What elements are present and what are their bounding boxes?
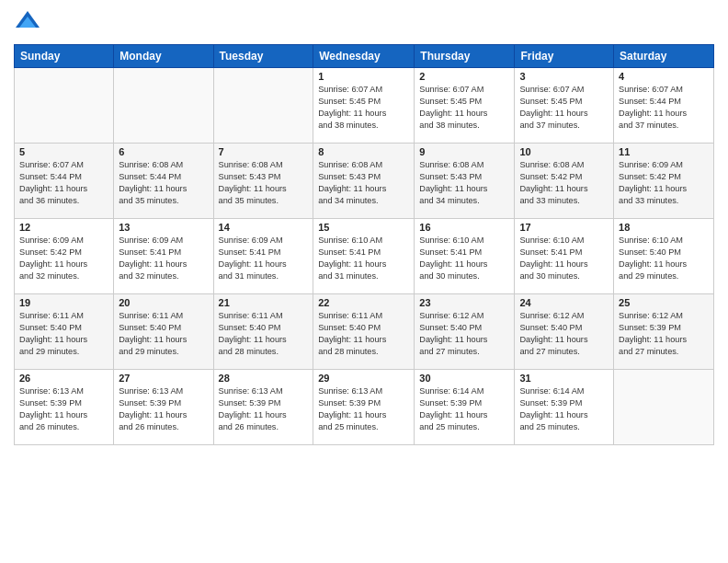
calendar-day-4: 4Sunrise: 6:07 AMSunset: 5:44 PMDaylight… [614, 68, 714, 144]
day-header-friday: Friday [515, 45, 614, 68]
calendar-day-11: 11Sunrise: 6:09 AMSunset: 5:42 PMDayligh… [614, 144, 714, 219]
day-info: Sunrise: 6:09 AMSunset: 5:42 PMDaylight:… [19, 235, 108, 282]
calendar-day-15: 15Sunrise: 6:10 AMSunset: 5:41 PMDayligh… [313, 219, 415, 294]
day-info: Sunrise: 6:10 AMSunset: 5:41 PMDaylight:… [419, 235, 509, 282]
day-number: 28 [219, 373, 309, 384]
day-header-wednesday: Wednesday [313, 45, 415, 68]
calendar-day-27: 27Sunrise: 6:13 AMSunset: 5:39 PMDayligh… [114, 370, 213, 445]
day-number: 31 [519, 373, 609, 384]
day-info: Sunrise: 6:11 AMSunset: 5:40 PMDaylight:… [318, 310, 409, 358]
day-info: Sunrise: 6:07 AMSunset: 5:44 PMDaylight:… [19, 159, 108, 207]
calendar-day-6: 6Sunrise: 6:08 AMSunset: 5:44 PMDaylight… [114, 144, 213, 219]
day-info: Sunrise: 6:07 AMSunset: 5:45 PMDaylight:… [318, 84, 409, 132]
calendar-day-20: 20Sunrise: 6:11 AMSunset: 5:40 PMDayligh… [114, 294, 213, 370]
day-number: 6 [119, 146, 208, 157]
day-info: Sunrise: 6:13 AMSunset: 5:39 PMDaylight:… [19, 385, 108, 433]
day-number: 16 [419, 222, 509, 233]
day-info: Sunrise: 6:07 AMSunset: 5:45 PMDaylight:… [519, 84, 609, 132]
day-info: Sunrise: 6:09 AMSunset: 5:41 PMDaylight:… [119, 235, 208, 282]
calendar-day-21: 21Sunrise: 6:11 AMSunset: 5:40 PMDayligh… [213, 294, 313, 370]
calendar-day-14: 14Sunrise: 6:09 AMSunset: 5:41 PMDayligh… [213, 219, 313, 294]
day-number: 2 [419, 71, 509, 82]
day-info: Sunrise: 6:10 AMSunset: 5:41 PMDaylight:… [318, 235, 409, 282]
day-number: 21 [219, 297, 309, 308]
day-number: 17 [519, 222, 609, 233]
calendar-day-29: 29Sunrise: 6:13 AMSunset: 5:39 PMDayligh… [313, 370, 415, 445]
day-number: 15 [318, 222, 409, 233]
calendar-week-row: 26Sunrise: 6:13 AMSunset: 5:39 PMDayligh… [15, 370, 714, 445]
calendar-day-19: 19Sunrise: 6:11 AMSunset: 5:40 PMDayligh… [15, 294, 114, 370]
day-number: 24 [519, 297, 609, 308]
day-number: 10 [519, 146, 609, 157]
day-info: Sunrise: 6:09 AMSunset: 5:41 PMDaylight:… [219, 235, 309, 282]
calendar-day-17: 17Sunrise: 6:10 AMSunset: 5:41 PMDayligh… [515, 219, 614, 294]
calendar-day-3: 3Sunrise: 6:07 AMSunset: 5:45 PMDaylight… [515, 68, 614, 144]
day-info: Sunrise: 6:08 AMSunset: 5:44 PMDaylight:… [119, 159, 208, 207]
day-number: 25 [619, 297, 709, 308]
day-info: Sunrise: 6:13 AMSunset: 5:39 PMDaylight:… [219, 385, 309, 433]
day-info: Sunrise: 6:11 AMSunset: 5:40 PMDaylight:… [119, 310, 208, 358]
day-info: Sunrise: 6:14 AMSunset: 5:39 PMDaylight:… [419, 385, 509, 433]
day-number: 4 [619, 71, 709, 82]
calendar-day-18: 18Sunrise: 6:10 AMSunset: 5:40 PMDayligh… [614, 219, 714, 294]
day-info: Sunrise: 6:13 AMSunset: 5:39 PMDaylight:… [318, 385, 409, 433]
calendar-header-row: SundayMondayTuesdayWednesdayThursdayFrid… [15, 45, 714, 68]
calendar-day-7: 7Sunrise: 6:08 AMSunset: 5:43 PMDaylight… [213, 144, 313, 219]
day-number: 23 [419, 297, 509, 308]
logo-icon [14, 9, 41, 37]
day-info: Sunrise: 6:10 AMSunset: 5:40 PMDaylight:… [619, 235, 709, 282]
day-info: Sunrise: 6:12 AMSunset: 5:40 PMDaylight:… [419, 310, 509, 358]
calendar-day-5: 5Sunrise: 6:07 AMSunset: 5:44 PMDaylight… [15, 144, 114, 219]
day-info: Sunrise: 6:08 AMSunset: 5:42 PMDaylight:… [519, 159, 609, 207]
day-header-sunday: Sunday [15, 45, 114, 68]
calendar-day-24: 24Sunrise: 6:12 AMSunset: 5:40 PMDayligh… [515, 294, 614, 370]
page: SundayMondayTuesdayWednesdayThursdayFrid… [0, 0, 728, 563]
day-info: Sunrise: 6:11 AMSunset: 5:40 PMDaylight:… [219, 310, 309, 358]
day-number: 7 [219, 146, 309, 157]
day-info: Sunrise: 6:11 AMSunset: 5:40 PMDaylight:… [19, 310, 108, 358]
calendar-day-25: 25Sunrise: 6:12 AMSunset: 5:39 PMDayligh… [614, 294, 714, 370]
calendar-week-row: 5Sunrise: 6:07 AMSunset: 5:44 PMDaylight… [15, 144, 714, 219]
calendar-week-row: 12Sunrise: 6:09 AMSunset: 5:42 PMDayligh… [15, 219, 714, 294]
calendar-day-16: 16Sunrise: 6:10 AMSunset: 5:41 PMDayligh… [415, 219, 515, 294]
day-info: Sunrise: 6:08 AMSunset: 5:43 PMDaylight:… [318, 159, 409, 207]
day-header-monday: Monday [114, 45, 213, 68]
calendar-day-30: 30Sunrise: 6:14 AMSunset: 5:39 PMDayligh… [415, 370, 515, 445]
calendar-day-8: 8Sunrise: 6:08 AMSunset: 5:43 PMDaylight… [313, 144, 415, 219]
calendar-day-28: 28Sunrise: 6:13 AMSunset: 5:39 PMDayligh… [213, 370, 313, 445]
calendar-day-22: 22Sunrise: 6:11 AMSunset: 5:40 PMDayligh… [313, 294, 415, 370]
day-info: Sunrise: 6:07 AMSunset: 5:45 PMDaylight:… [419, 84, 509, 132]
calendar-day-empty [213, 68, 313, 144]
calendar-day-13: 13Sunrise: 6:09 AMSunset: 5:41 PMDayligh… [114, 219, 213, 294]
calendar-day-9: 9Sunrise: 6:08 AMSunset: 5:43 PMDaylight… [415, 144, 515, 219]
day-number: 11 [619, 146, 709, 157]
calendar-day-31: 31Sunrise: 6:14 AMSunset: 5:39 PMDayligh… [515, 370, 614, 445]
day-info: Sunrise: 6:12 AMSunset: 5:39 PMDaylight:… [619, 310, 709, 358]
calendar-day-empty [114, 68, 213, 144]
calendar-table: SundayMondayTuesdayWednesdayThursdayFrid… [14, 44, 714, 445]
day-number: 1 [318, 71, 409, 82]
day-number: 18 [619, 222, 709, 233]
calendar-day-1: 1Sunrise: 6:07 AMSunset: 5:45 PMDaylight… [313, 68, 415, 144]
day-number: 29 [318, 373, 409, 384]
calendar-day-10: 10Sunrise: 6:08 AMSunset: 5:42 PMDayligh… [515, 144, 614, 219]
day-number: 3 [519, 71, 609, 82]
logo [14, 9, 45, 37]
calendar-day-12: 12Sunrise: 6:09 AMSunset: 5:42 PMDayligh… [15, 219, 114, 294]
day-header-saturday: Saturday [614, 45, 714, 68]
day-info: Sunrise: 6:07 AMSunset: 5:44 PMDaylight:… [619, 84, 709, 132]
day-number: 27 [119, 373, 208, 384]
day-number: 9 [419, 146, 509, 157]
day-number: 30 [419, 373, 509, 384]
day-number: 12 [19, 222, 108, 233]
day-number: 13 [119, 222, 208, 233]
day-info: Sunrise: 6:10 AMSunset: 5:41 PMDaylight:… [519, 235, 609, 282]
day-info: Sunrise: 6:08 AMSunset: 5:43 PMDaylight:… [419, 159, 509, 207]
day-number: 5 [19, 146, 108, 157]
day-info: Sunrise: 6:14 AMSunset: 5:39 PMDaylight:… [519, 385, 609, 433]
day-number: 26 [19, 373, 108, 384]
day-header-tuesday: Tuesday [213, 45, 313, 68]
header [14, 9, 714, 37]
day-info: Sunrise: 6:12 AMSunset: 5:40 PMDaylight:… [519, 310, 609, 358]
day-number: 8 [318, 146, 409, 157]
